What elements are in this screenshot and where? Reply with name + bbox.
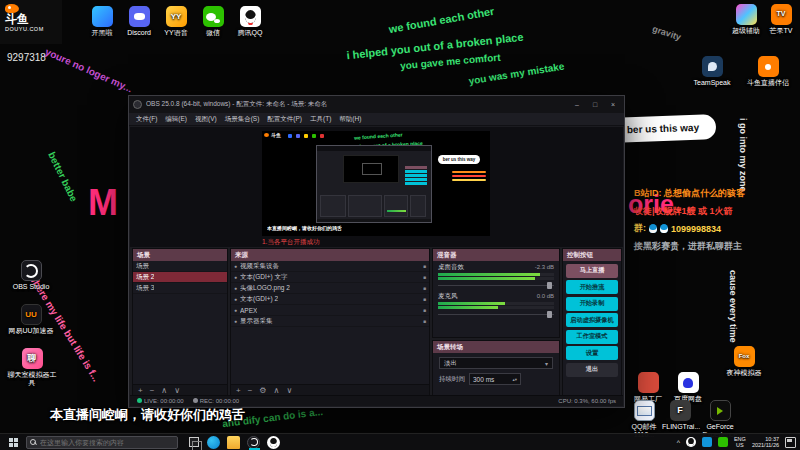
scene-down-button[interactable]: ∨ bbox=[174, 385, 180, 396]
source-row[interactable]: ● 视频采集设备 ■ bbox=[231, 261, 429, 272]
source-row[interactable]: ● 文本(GDI+) 文字 ■ bbox=[231, 272, 429, 283]
desktop-icon-baidu[interactable]: 百度网盘 bbox=[668, 372, 708, 403]
transition-select[interactable]: 淡出 ▾ bbox=[439, 357, 553, 369]
desktop-icon-qq[interactable]: 腾讯QQ bbox=[228, 6, 272, 37]
source-properties-gear-icon[interactable]: ⚙ bbox=[259, 385, 266, 396]
start-streaming-button[interactable]: 开始推流 bbox=[566, 280, 618, 294]
lock-icon[interactable]: ■ bbox=[423, 263, 426, 269]
obs-window: OBS 25.0.8 (64-bit, windows) - 配置文件: 未命名… bbox=[128, 95, 625, 408]
exit-button[interactable]: 退出 bbox=[566, 363, 618, 377]
tray-blue-app-icon[interactable] bbox=[702, 437, 712, 447]
volume-slider[interactable] bbox=[438, 282, 554, 289]
mixer-channel-mic: 麦克风 0.0 dB bbox=[433, 290, 559, 319]
qq-taskbar-icon[interactable] bbox=[267, 436, 280, 449]
scene-row[interactable]: 场景 bbox=[133, 261, 227, 272]
action-center-icon[interactable] bbox=[785, 437, 796, 448]
group-number: 1099998834 bbox=[671, 224, 721, 234]
visibility-eye-icon[interactable]: ● bbox=[234, 318, 237, 324]
go-live-button[interactable]: 马上直播 bbox=[566, 264, 618, 278]
source-up-button[interactable]: ∧ bbox=[274, 385, 280, 396]
menu-scene-collection[interactable]: 场景集合(S) bbox=[221, 115, 264, 124]
remove-scene-button[interactable]: − bbox=[150, 385, 155, 396]
cpu-fps-stats: CPU: 0.3%, 60.00 fps bbox=[558, 398, 616, 404]
qq-penguin-icon bbox=[660, 224, 668, 233]
visibility-eye-icon[interactable]: ● bbox=[234, 274, 237, 280]
file-explorer-icon[interactable] bbox=[227, 436, 240, 449]
visibility-eye-icon[interactable]: ● bbox=[234, 296, 237, 302]
task-view-button[interactable] bbox=[187, 436, 200, 449]
tray-expand-caret-icon[interactable]: ^ bbox=[677, 439, 680, 446]
add-source-button[interactable]: + bbox=[236, 385, 241, 396]
menu-help[interactable]: 帮助(H) bbox=[335, 115, 365, 124]
desktop-icon-super[interactable]: 超级辅助 bbox=[726, 4, 766, 35]
scene-row-selected[interactable]: 场景 2 bbox=[133, 272, 227, 283]
close-button[interactable]: × bbox=[606, 96, 620, 113]
desktop-icon-fox[interactable]: Fox 夜神模拟器 bbox=[722, 346, 766, 377]
start-recording-button[interactable]: 开始录制 bbox=[566, 297, 618, 311]
desktop-icon-mango[interactable]: TV 芒果TV bbox=[764, 4, 798, 35]
room-id: 9297318 bbox=[7, 52, 46, 63]
obs-taskbar-icon[interactable] bbox=[247, 436, 260, 449]
desktop-icon-obs[interactable]: OBS Studio bbox=[6, 260, 56, 291]
lyric-text: you was my mistake bbox=[468, 61, 565, 87]
icon-label: 网易UU加速器 bbox=[6, 327, 56, 335]
desktop-icon-factory[interactable]: 网易工厂 bbox=[628, 372, 668, 403]
language-indicator[interactable]: ENG US bbox=[734, 436, 746, 449]
lock-icon[interactable]: ■ bbox=[423, 307, 426, 313]
menu-view[interactable]: 视图(V) bbox=[191, 115, 221, 124]
volume-slider[interactable] bbox=[438, 311, 554, 318]
visibility-eye-icon[interactable]: ● bbox=[234, 285, 237, 291]
settings-button[interactable]: 设置 bbox=[566, 346, 618, 360]
taskbar-clock[interactable]: 10:37 2021/11/26 bbox=[752, 436, 779, 449]
tray-green-app-icon[interactable] bbox=[718, 437, 728, 447]
add-scene-button[interactable]: + bbox=[138, 385, 143, 396]
source-row[interactable]: ● 显示器采集 ■ bbox=[231, 316, 429, 327]
tray-qq-icon[interactable] bbox=[686, 437, 696, 447]
lock-icon[interactable]: ■ bbox=[423, 285, 426, 291]
visibility-eye-icon[interactable]: ● bbox=[234, 307, 237, 313]
preview-mini-icon bbox=[304, 134, 308, 138]
desktop-icon-uu[interactable]: UU 网易UU加速器 bbox=[6, 304, 56, 335]
menu-file[interactable]: 文件(F) bbox=[132, 115, 161, 124]
visibility-eye-icon[interactable]: ● bbox=[234, 263, 237, 269]
scene-row[interactable]: 场景 3 bbox=[133, 283, 227, 294]
search-input[interactable] bbox=[40, 439, 172, 446]
source-row[interactable]: ● 头像LOGO.png 2 ■ bbox=[231, 283, 429, 294]
qq-group-line: 群: 1099998834 bbox=[634, 222, 745, 235]
obs-preview-canvas[interactable]: 斗鱼 we found each other i helped you out … bbox=[262, 131, 490, 236]
taskbar-search[interactable] bbox=[26, 436, 178, 449]
transitions-dock: 场景转场 淡出 ▾ 持续时间 300 ms ▴▾ bbox=[432, 340, 560, 396]
preview-nested-button bbox=[405, 166, 427, 169]
scene-up-button[interactable]: ∧ bbox=[161, 385, 167, 396]
source-row[interactable]: ● APEX ■ bbox=[231, 305, 429, 316]
menu-edit[interactable]: 编辑(E) bbox=[161, 115, 191, 124]
studio-mode-button[interactable]: 工作室模式 bbox=[566, 330, 618, 344]
mixer-channel-desktop-audio: 桌面音效 -2.3 dB bbox=[433, 261, 559, 290]
preview-nested-dock bbox=[410, 195, 426, 217]
source-row[interactable]: ● 文本(GDI+) 2 ■ bbox=[231, 294, 429, 305]
mixer-dock-header: 混音器 bbox=[433, 249, 559, 261]
desktop-icon-chatroom[interactable]: 聊 聊天室模拟器工具 bbox=[6, 348, 58, 387]
lock-icon[interactable]: ■ bbox=[423, 318, 426, 324]
desktop-icon-douyu-banlv[interactable]: 斗鱼直播伴侣 bbox=[740, 56, 796, 87]
edge-browser-icon[interactable] bbox=[207, 436, 220, 449]
menu-tools[interactable]: 工具(T) bbox=[306, 115, 335, 124]
source-down-button[interactable]: ∨ bbox=[286, 385, 292, 396]
desktop-icon-teamspeak[interactable]: TeamSpeak bbox=[688, 56, 736, 87]
lock-icon[interactable]: ■ bbox=[423, 296, 426, 302]
transitions-dock-header: 场景转场 bbox=[433, 341, 559, 353]
maximize-button[interactable]: □ bbox=[588, 96, 602, 113]
chevron-down-icon: ▾ bbox=[545, 360, 548, 367]
duration-spinner[interactable]: 300 ms ▴▾ bbox=[469, 373, 521, 385]
menu-profile[interactable]: 配置文件(P) bbox=[263, 115, 306, 124]
lock-icon[interactable]: ■ bbox=[423, 274, 426, 280]
icon-label: 夜神模拟器 bbox=[722, 369, 766, 377]
virtual-camera-button[interactable]: 启动虚拟摄像机 bbox=[566, 313, 618, 327]
start-button[interactable] bbox=[0, 434, 26, 450]
remove-source-button[interactable]: − bbox=[248, 385, 253, 396]
obs-statusbar: LIVE: 00:00:00 REC: 00:00:00 CPU: 0.3%, … bbox=[130, 395, 623, 406]
obs-titlebar[interactable]: OBS 25.0.8 (64-bit, windows) - 配置文件: 未命名… bbox=[129, 96, 624, 113]
minimize-button[interactable]: – bbox=[570, 96, 584, 113]
sources-dock: 来源 ● 视频采集设备 ■ ● 文本(GDI+) 文字 ■ ● 头像LOGO.p… bbox=[230, 248, 430, 396]
desktop-icon-fling[interactable]: F FLINGTrai... bbox=[662, 400, 698, 431]
